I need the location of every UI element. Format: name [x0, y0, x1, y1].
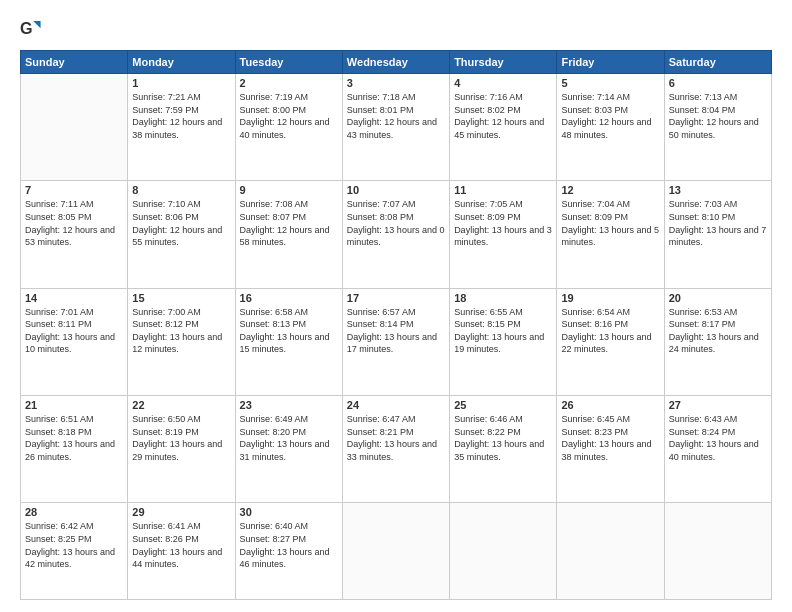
day-number: 10: [347, 184, 445, 196]
day-info: Sunrise: 6:41 AM Sunset: 8:26 PM Dayligh…: [132, 520, 230, 570]
calendar-table: SundayMondayTuesdayWednesdayThursdayFrid…: [20, 50, 772, 600]
header: G: [20, 18, 772, 40]
day-cell: 3 Sunrise: 7:18 AM Sunset: 8:01 PM Dayli…: [342, 74, 449, 181]
day-cell: 27 Sunrise: 6:43 AM Sunset: 8:24 PM Dayl…: [664, 396, 771, 503]
day-info: Sunrise: 6:57 AM Sunset: 8:14 PM Dayligh…: [347, 306, 445, 356]
day-info: Sunrise: 7:00 AM Sunset: 8:12 PM Dayligh…: [132, 306, 230, 356]
day-cell: 29 Sunrise: 6:41 AM Sunset: 8:26 PM Dayl…: [128, 503, 235, 600]
day-cell: 25 Sunrise: 6:46 AM Sunset: 8:22 PM Dayl…: [450, 396, 557, 503]
day-cell: 19 Sunrise: 6:54 AM Sunset: 8:16 PM Dayl…: [557, 288, 664, 395]
day-info: Sunrise: 7:03 AM Sunset: 8:10 PM Dayligh…: [669, 198, 767, 248]
day-info: Sunrise: 7:14 AM Sunset: 8:03 PM Dayligh…: [561, 91, 659, 141]
day-info: Sunrise: 6:42 AM Sunset: 8:25 PM Dayligh…: [25, 520, 123, 570]
day-number: 19: [561, 292, 659, 304]
day-info: Sunrise: 6:55 AM Sunset: 8:15 PM Dayligh…: [454, 306, 552, 356]
day-cell: 23 Sunrise: 6:49 AM Sunset: 8:20 PM Dayl…: [235, 396, 342, 503]
day-number: 17: [347, 292, 445, 304]
day-cell: 15 Sunrise: 7:00 AM Sunset: 8:12 PM Dayl…: [128, 288, 235, 395]
svg-text:G: G: [20, 19, 33, 37]
day-number: 13: [669, 184, 767, 196]
week-row-2: 7 Sunrise: 7:11 AM Sunset: 8:05 PM Dayli…: [21, 181, 772, 288]
day-number: 26: [561, 399, 659, 411]
day-cell: 11 Sunrise: 7:05 AM Sunset: 8:09 PM Dayl…: [450, 181, 557, 288]
day-number: 18: [454, 292, 552, 304]
week-row-4: 21 Sunrise: 6:51 AM Sunset: 8:18 PM Dayl…: [21, 396, 772, 503]
day-info: Sunrise: 7:01 AM Sunset: 8:11 PM Dayligh…: [25, 306, 123, 356]
weekday-header-sunday: Sunday: [21, 51, 128, 74]
day-info: Sunrise: 7:13 AM Sunset: 8:04 PM Dayligh…: [669, 91, 767, 141]
day-cell: 8 Sunrise: 7:10 AM Sunset: 8:06 PM Dayli…: [128, 181, 235, 288]
day-cell: [664, 503, 771, 600]
weekday-header-friday: Friday: [557, 51, 664, 74]
day-cell: 13 Sunrise: 7:03 AM Sunset: 8:10 PM Dayl…: [664, 181, 771, 288]
day-cell: 26 Sunrise: 6:45 AM Sunset: 8:23 PM Dayl…: [557, 396, 664, 503]
day-info: Sunrise: 6:51 AM Sunset: 8:18 PM Dayligh…: [25, 413, 123, 463]
logo-icon: G: [20, 18, 42, 40]
day-cell: [450, 503, 557, 600]
day-number: 25: [454, 399, 552, 411]
day-cell: 6 Sunrise: 7:13 AM Sunset: 8:04 PM Dayli…: [664, 74, 771, 181]
weekday-header-monday: Monday: [128, 51, 235, 74]
day-cell: 16 Sunrise: 6:58 AM Sunset: 8:13 PM Dayl…: [235, 288, 342, 395]
weekday-header-wednesday: Wednesday: [342, 51, 449, 74]
day-number: 5: [561, 77, 659, 89]
day-number: 24: [347, 399, 445, 411]
svg-marker-1: [33, 21, 40, 28]
day-info: Sunrise: 7:21 AM Sunset: 7:59 PM Dayligh…: [132, 91, 230, 141]
week-row-1: 1 Sunrise: 7:21 AM Sunset: 7:59 PM Dayli…: [21, 74, 772, 181]
day-cell: [557, 503, 664, 600]
day-cell: 5 Sunrise: 7:14 AM Sunset: 8:03 PM Dayli…: [557, 74, 664, 181]
day-info: Sunrise: 6:50 AM Sunset: 8:19 PM Dayligh…: [132, 413, 230, 463]
day-number: 3: [347, 77, 445, 89]
week-row-5: 28 Sunrise: 6:42 AM Sunset: 8:25 PM Dayl…: [21, 503, 772, 600]
day-number: 14: [25, 292, 123, 304]
weekday-header-tuesday: Tuesday: [235, 51, 342, 74]
day-cell: [342, 503, 449, 600]
day-info: Sunrise: 7:19 AM Sunset: 8:00 PM Dayligh…: [240, 91, 338, 141]
day-cell: 2 Sunrise: 7:19 AM Sunset: 8:00 PM Dayli…: [235, 74, 342, 181]
day-cell: 22 Sunrise: 6:50 AM Sunset: 8:19 PM Dayl…: [128, 396, 235, 503]
day-number: 11: [454, 184, 552, 196]
day-number: 20: [669, 292, 767, 304]
day-info: Sunrise: 6:58 AM Sunset: 8:13 PM Dayligh…: [240, 306, 338, 356]
day-cell: 20 Sunrise: 6:53 AM Sunset: 8:17 PM Dayl…: [664, 288, 771, 395]
day-number: 15: [132, 292, 230, 304]
day-info: Sunrise: 6:49 AM Sunset: 8:20 PM Dayligh…: [240, 413, 338, 463]
day-cell: 12 Sunrise: 7:04 AM Sunset: 8:09 PM Dayl…: [557, 181, 664, 288]
day-number: 9: [240, 184, 338, 196]
day-info: Sunrise: 7:08 AM Sunset: 8:07 PM Dayligh…: [240, 198, 338, 248]
day-cell: 24 Sunrise: 6:47 AM Sunset: 8:21 PM Dayl…: [342, 396, 449, 503]
day-cell: 30 Sunrise: 6:40 AM Sunset: 8:27 PM Dayl…: [235, 503, 342, 600]
day-cell: 1 Sunrise: 7:21 AM Sunset: 7:59 PM Dayli…: [128, 74, 235, 181]
day-info: Sunrise: 6:43 AM Sunset: 8:24 PM Dayligh…: [669, 413, 767, 463]
day-cell: [21, 74, 128, 181]
week-row-3: 14 Sunrise: 7:01 AM Sunset: 8:11 PM Dayl…: [21, 288, 772, 395]
day-number: 27: [669, 399, 767, 411]
day-info: Sunrise: 6:46 AM Sunset: 8:22 PM Dayligh…: [454, 413, 552, 463]
day-info: Sunrise: 6:54 AM Sunset: 8:16 PM Dayligh…: [561, 306, 659, 356]
weekday-header-saturday: Saturday: [664, 51, 771, 74]
day-number: 21: [25, 399, 123, 411]
day-number: 6: [669, 77, 767, 89]
day-number: 1: [132, 77, 230, 89]
day-info: Sunrise: 7:04 AM Sunset: 8:09 PM Dayligh…: [561, 198, 659, 248]
day-cell: 18 Sunrise: 6:55 AM Sunset: 8:15 PM Dayl…: [450, 288, 557, 395]
calendar-page: G SundayMondayTuesdayWednesdayThursdayFr…: [0, 0, 792, 612]
day-number: 7: [25, 184, 123, 196]
weekday-header-row: SundayMondayTuesdayWednesdayThursdayFrid…: [21, 51, 772, 74]
day-cell: 4 Sunrise: 7:16 AM Sunset: 8:02 PM Dayli…: [450, 74, 557, 181]
day-cell: 7 Sunrise: 7:11 AM Sunset: 8:05 PM Dayli…: [21, 181, 128, 288]
day-cell: 21 Sunrise: 6:51 AM Sunset: 8:18 PM Dayl…: [21, 396, 128, 503]
day-number: 12: [561, 184, 659, 196]
day-cell: 14 Sunrise: 7:01 AM Sunset: 8:11 PM Dayl…: [21, 288, 128, 395]
day-number: 2: [240, 77, 338, 89]
day-info: Sunrise: 7:05 AM Sunset: 8:09 PM Dayligh…: [454, 198, 552, 248]
day-info: Sunrise: 7:16 AM Sunset: 8:02 PM Dayligh…: [454, 91, 552, 141]
day-info: Sunrise: 7:10 AM Sunset: 8:06 PM Dayligh…: [132, 198, 230, 248]
day-number: 28: [25, 506, 123, 518]
day-info: Sunrise: 6:53 AM Sunset: 8:17 PM Dayligh…: [669, 306, 767, 356]
day-info: Sunrise: 6:45 AM Sunset: 8:23 PM Dayligh…: [561, 413, 659, 463]
day-cell: 10 Sunrise: 7:07 AM Sunset: 8:08 PM Dayl…: [342, 181, 449, 288]
logo: G: [20, 18, 46, 40]
day-number: 16: [240, 292, 338, 304]
